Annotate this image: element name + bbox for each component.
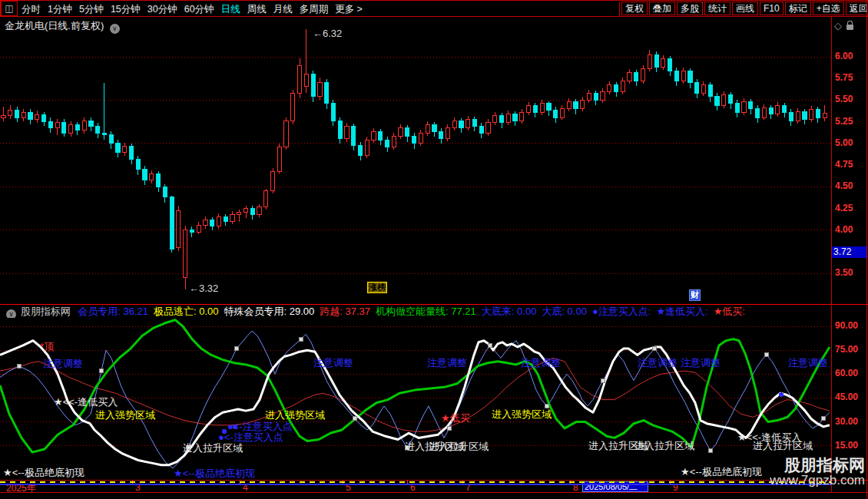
watermark-url: www.7gpzb.com bbox=[770, 474, 865, 488]
indicator-annotation: 注意调整 bbox=[521, 357, 561, 368]
axis-left-border bbox=[831, 16, 832, 492]
indicator-annotation: ●<-注意买入点 bbox=[227, 421, 293, 432]
period-60分钟[interactable]: 60分钟 bbox=[184, 4, 214, 15]
indicator-pane-title: 股朋指标网 bbox=[21, 306, 71, 317]
indicator-annotation: 注意调整 bbox=[427, 357, 467, 368]
indicator-field: 机构做空能量线: 77.21 bbox=[376, 306, 476, 317]
indicator-annotation: ★低买 bbox=[441, 412, 470, 424]
tool-复权[interactable]: 复权 bbox=[621, 2, 648, 15]
left-border bbox=[0, 0, 1, 16]
indicator-annotation: 注意调整 bbox=[638, 357, 678, 368]
watermark-site-name: 股朋指标网 bbox=[770, 456, 865, 474]
indicator-field: ★低买: bbox=[714, 306, 745, 317]
indicator-annotation: 进入拉升区域 bbox=[183, 442, 243, 454]
top-toolbar: ◫ 分时1分钟5分钟15分钟30分钟60分钟日线周线月线多周期更多 > 复权叠加… bbox=[0, 1, 867, 16]
ind-label-75.00: 75.00 bbox=[835, 344, 858, 355]
price-label-5.75: 5.75 bbox=[835, 72, 853, 83]
tdx-app: ◫ 分时1分钟5分钟15分钟30分钟60分钟日线周线月线多周期更多 > 复权叠加… bbox=[0, 0, 868, 499]
indicator-field: 特殊会员专用: 29.00 bbox=[224, 306, 315, 317]
price-label-6.00: 6.00 bbox=[835, 51, 853, 61]
period-更多 >[interactable]: 更多 > bbox=[335, 4, 363, 15]
event-badge-财[interactable]: 财 bbox=[689, 289, 701, 301]
price-label-4.50: 4.50 bbox=[835, 180, 853, 191]
symbol-title: 金龙机电(日线.前复权) bbox=[5, 20, 104, 31]
ind-label-30.00: 30.00 bbox=[835, 416, 858, 427]
indicator-field: ★逢低买入: bbox=[656, 306, 707, 317]
right-border bbox=[866, 0, 867, 499]
toolbar-buttons: 复权叠加多股统计画线F10标记+自选返回 bbox=[621, 1, 868, 16]
period-月线[interactable]: 月线 bbox=[273, 4, 293, 15]
ind-label-60.00: 60.00 bbox=[835, 368, 858, 378]
indicator-annotation: 进入拉升区域 bbox=[429, 441, 489, 452]
collapse-pane-icon[interactable]: ∨ bbox=[6, 309, 16, 318]
tool-标记[interactable]: 标记 bbox=[785, 2, 811, 15]
indicator-field: 极品逃亡: 0.00 bbox=[154, 306, 219, 317]
period-日线[interactable]: 日线 bbox=[221, 4, 240, 15]
top-border bbox=[0, 0, 868, 1]
indicator-field: 会员专用: 36.21 bbox=[78, 306, 148, 317]
indicator-annotation: ★<--极品绝底初现 bbox=[3, 467, 84, 478]
period-分时[interactable]: 分时 bbox=[22, 4, 41, 15]
indicator-annotation: 进入强势区域 bbox=[265, 409, 325, 421]
window-icon[interactable]: ◫ bbox=[1, 1, 18, 16]
collapse-chart-icon[interactable]: ∨ bbox=[110, 24, 120, 34]
lock-icon[interactable] bbox=[846, 25, 853, 30]
svg-text:←3.32: ←3.32 bbox=[189, 283, 218, 294]
price-label-5.25: 5.25 bbox=[835, 116, 853, 127]
indicator-annotation: 注意调整 bbox=[43, 358, 83, 369]
date-axis-bottom-border bbox=[0, 492, 868, 493]
tool-画线[interactable]: 画线 bbox=[732, 2, 758, 15]
price-label-5.50: 5.50 bbox=[835, 94, 853, 104]
tool-叠加[interactable]: 叠加 bbox=[649, 2, 675, 15]
tool-+自选[interactable]: +自选 bbox=[813, 2, 844, 15]
indicator-annotation: ★<<-逢低买入 bbox=[54, 396, 118, 408]
period-周线[interactable]: 周线 bbox=[247, 4, 267, 15]
diamond-icon[interactable]: ◇ bbox=[834, 20, 842, 31]
period-30分钟[interactable]: 30分钟 bbox=[147, 4, 177, 15]
watermark: 股朋指标网 www.7gpzb.com bbox=[770, 456, 865, 488]
indicator-annotation: 注意调整 bbox=[313, 357, 353, 368]
chart-title-row: 金龙机电(日线.前复权) ∨ bbox=[5, 19, 120, 34]
ind-label-15.00: 15.00 bbox=[835, 440, 858, 451]
indicator-annotation: 进入拉升区域 bbox=[753, 440, 813, 451]
period-5分钟[interactable]: 5分钟 bbox=[79, 4, 104, 15]
indicator-annotation: ★<--极品绝底初现 bbox=[174, 468, 255, 479]
indicator-annotation: ●<-注意买入点 bbox=[218, 431, 283, 443]
indicator-header: ∨ 股朋指标网 会员专用: 36.21极品逃亡: 0.00特殊会员专用: 29.… bbox=[3, 306, 830, 318]
period-多周期[interactable]: 多周期 bbox=[300, 4, 329, 15]
period-15分钟[interactable]: 15分钟 bbox=[111, 4, 141, 15]
last-price-badge: 3.72 bbox=[832, 246, 867, 258]
jipin-zero-line bbox=[0, 481, 831, 483]
indicator-field: 大底: 0.00 bbox=[542, 306, 587, 317]
period-menu: 分时1分钟5分钟15分钟30分钟60分钟日线周线月线多周期更多 > bbox=[22, 1, 369, 16]
price-label-4.25: 4.25 bbox=[835, 203, 853, 213]
ind-label-45.00: 45.00 bbox=[835, 392, 858, 402]
price-label-4.75: 4.75 bbox=[835, 159, 853, 170]
indicator-annotation: 注意调整 bbox=[681, 357, 721, 368]
indicator-chart[interactable]: *顶注意调整★<<-逢低买入进入强势区域进入拉升区域★<--极品绝底初现★<--… bbox=[0, 304, 831, 480]
tool-F10[interactable]: F10 bbox=[760, 2, 784, 15]
tool-多股[interactable]: 多股 bbox=[677, 2, 703, 15]
price-label-5.00: 5.00 bbox=[835, 137, 853, 148]
indicator-field: 跨越: 37.37 bbox=[320, 306, 370, 317]
indicator-field: 大底来: 0.00 bbox=[482, 306, 537, 317]
price-label-4.00: 4.00 bbox=[835, 224, 853, 235]
indicator-annotation: 进入强势区域 bbox=[492, 408, 552, 420]
price-label-3.50: 3.50 bbox=[835, 267, 853, 278]
toolbar-separator bbox=[619, 2, 620, 16]
indicator-annotation: 注意调整 bbox=[788, 357, 828, 368]
period-1分钟[interactable]: 1分钟 bbox=[48, 4, 72, 15]
dadi-zero-line bbox=[0, 484, 831, 485]
indicator-annotation: 进入强势区域 bbox=[95, 409, 155, 421]
svg-text:←6.32: ←6.32 bbox=[313, 28, 342, 39]
indicator-annotation: 进入拉升区域 bbox=[634, 440, 694, 451]
chart-corner-icons: ◇ bbox=[834, 20, 853, 31]
tool-返回[interactable]: 返回 bbox=[846, 2, 868, 15]
ind-label-90.00: 90.00 bbox=[835, 320, 858, 331]
indicator-annotation: ★<--极品绝底初现 bbox=[681, 466, 762, 478]
indicator-annotation: *顶 bbox=[40, 341, 55, 352]
indicator-field: ●注意买入点: bbox=[592, 306, 651, 317]
main-chart[interactable]: ←6.32←3.32 bbox=[0, 17, 831, 304]
event-badge-涨榜[interactable]: 涨榜 bbox=[367, 282, 387, 293]
tool-统计[interactable]: 统计 bbox=[704, 2, 731, 15]
